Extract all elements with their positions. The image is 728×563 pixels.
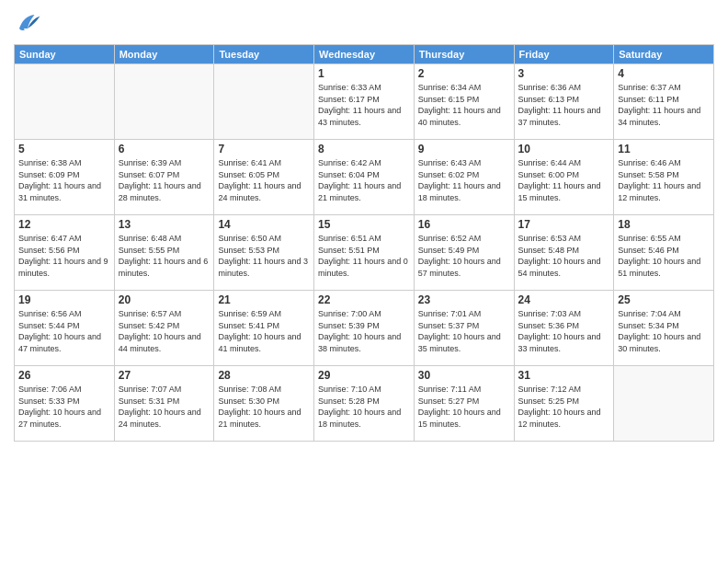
day-number: 10 xyxy=(518,143,610,155)
calendar-cell xyxy=(15,64,115,140)
day-number: 30 xyxy=(418,369,510,382)
calendar-cell: 19Sunrise: 6:56 AM Sunset: 5:44 PM Dayli… xyxy=(15,291,115,366)
day-header-thursday: Thursday xyxy=(414,45,514,64)
calendar-cell: 18Sunrise: 6:55 AM Sunset: 5:46 PM Dayli… xyxy=(614,215,714,291)
calendar-cell: 22Sunrise: 7:00 AM Sunset: 5:39 PM Dayli… xyxy=(314,291,415,366)
day-header-sunday: Sunday xyxy=(15,45,115,64)
day-number: 9 xyxy=(418,143,510,155)
day-info: Sunrise: 6:38 AM Sunset: 6:09 PM Dayligh… xyxy=(18,157,110,203)
day-info: Sunrise: 6:33 AM Sunset: 6:17 PM Dayligh… xyxy=(318,82,410,128)
day-info: Sunrise: 7:12 AM Sunset: 5:25 PM Dayligh… xyxy=(518,384,610,430)
day-info: Sunrise: 6:53 AM Sunset: 5:48 PM Dayligh… xyxy=(518,233,610,279)
day-number: 28 xyxy=(218,369,310,382)
day-number: 12 xyxy=(18,218,110,231)
day-number: 11 xyxy=(618,143,710,155)
day-header-monday: Monday xyxy=(114,45,214,64)
calendar-cell: 17Sunrise: 6:53 AM Sunset: 5:48 PM Dayli… xyxy=(514,215,614,291)
week-row-4: 19Sunrise: 6:56 AM Sunset: 5:44 PM Dayli… xyxy=(15,291,714,366)
day-number: 17 xyxy=(518,218,610,231)
day-info: Sunrise: 6:55 AM Sunset: 5:46 PM Dayligh… xyxy=(618,233,710,279)
day-info: Sunrise: 6:50 AM Sunset: 5:53 PM Dayligh… xyxy=(218,233,310,279)
calendar-cell: 11Sunrise: 6:46 AM Sunset: 5:58 PM Dayli… xyxy=(614,140,714,215)
calendar-cell: 8Sunrise: 6:42 AM Sunset: 6:04 PM Daylig… xyxy=(314,140,415,215)
day-number: 2 xyxy=(418,67,510,80)
day-number: 18 xyxy=(618,218,710,231)
calendar-cell: 7Sunrise: 6:41 AM Sunset: 6:05 PM Daylig… xyxy=(214,140,314,215)
day-header-tuesday: Tuesday xyxy=(214,45,314,64)
calendar-cell: 10Sunrise: 6:44 AM Sunset: 6:00 PM Dayli… xyxy=(514,140,614,215)
calendar-cell: 2Sunrise: 6:34 AM Sunset: 6:15 PM Daylig… xyxy=(414,64,514,140)
logo-icon xyxy=(14,9,41,37)
calendar-cell: 14Sunrise: 6:50 AM Sunset: 5:53 PM Dayli… xyxy=(214,215,314,291)
week-row-2: 5Sunrise: 6:38 AM Sunset: 6:09 PM Daylig… xyxy=(15,140,714,215)
day-number: 25 xyxy=(618,293,710,306)
day-info: Sunrise: 7:06 AM Sunset: 5:33 PM Dayligh… xyxy=(18,384,110,430)
calendar-cell: 21Sunrise: 6:59 AM Sunset: 5:41 PM Dayli… xyxy=(214,291,314,366)
calendar-cell: 16Sunrise: 6:52 AM Sunset: 5:49 PM Dayli… xyxy=(414,215,514,291)
day-info: Sunrise: 6:59 AM Sunset: 5:41 PM Dayligh… xyxy=(218,308,310,354)
calendar-cell: 31Sunrise: 7:12 AM Sunset: 5:25 PM Dayli… xyxy=(514,366,614,442)
day-number: 27 xyxy=(119,369,210,382)
days-header-row: SundayMondayTuesdayWednesdayThursdayFrid… xyxy=(15,45,714,64)
day-info: Sunrise: 6:36 AM Sunset: 6:13 PM Dayligh… xyxy=(518,82,610,128)
day-info: Sunrise: 7:10 AM Sunset: 5:28 PM Dayligh… xyxy=(318,384,410,430)
calendar-cell: 23Sunrise: 7:01 AM Sunset: 5:37 PM Dayli… xyxy=(414,291,514,366)
day-number: 24 xyxy=(518,293,610,306)
day-header-wednesday: Wednesday xyxy=(314,45,415,64)
day-info: Sunrise: 7:04 AM Sunset: 5:34 PM Dayligh… xyxy=(618,308,710,354)
calendar-cell: 13Sunrise: 6:48 AM Sunset: 5:55 PM Dayli… xyxy=(114,215,214,291)
calendar-cell: 6Sunrise: 6:39 AM Sunset: 6:07 PM Daylig… xyxy=(114,140,214,215)
calendar: SundayMondayTuesdayWednesdayThursdayFrid… xyxy=(14,44,714,442)
day-number: 4 xyxy=(618,67,710,80)
day-info: Sunrise: 7:11 AM Sunset: 5:27 PM Dayligh… xyxy=(418,384,510,430)
calendar-cell: 9Sunrise: 6:43 AM Sunset: 6:02 PM Daylig… xyxy=(414,140,514,215)
week-row-1: 1Sunrise: 6:33 AM Sunset: 6:17 PM Daylig… xyxy=(15,64,714,140)
day-number: 16 xyxy=(418,218,510,231)
day-info: Sunrise: 6:43 AM Sunset: 6:02 PM Dayligh… xyxy=(418,157,510,203)
day-info: Sunrise: 7:03 AM Sunset: 5:36 PM Dayligh… xyxy=(518,308,610,354)
day-number: 7 xyxy=(218,143,310,155)
calendar-cell: 3Sunrise: 6:36 AM Sunset: 6:13 PM Daylig… xyxy=(514,64,614,140)
day-number: 15 xyxy=(318,218,410,231)
day-number: 21 xyxy=(218,293,310,306)
calendar-cell: 5Sunrise: 6:38 AM Sunset: 6:09 PM Daylig… xyxy=(15,140,115,215)
day-number: 5 xyxy=(18,143,110,155)
day-number: 22 xyxy=(318,293,410,306)
day-info: Sunrise: 6:41 AM Sunset: 6:05 PM Dayligh… xyxy=(218,157,310,203)
day-number: 20 xyxy=(119,293,210,306)
day-info: Sunrise: 7:00 AM Sunset: 5:39 PM Dayligh… xyxy=(318,308,410,354)
calendar-cell: 4Sunrise: 6:37 AM Sunset: 6:11 PM Daylig… xyxy=(614,64,714,140)
logo xyxy=(14,9,45,37)
calendar-cell: 15Sunrise: 6:51 AM Sunset: 5:51 PM Dayli… xyxy=(314,215,415,291)
day-number: 6 xyxy=(119,143,210,155)
day-number: 1 xyxy=(318,67,410,80)
day-number: 26 xyxy=(18,369,110,382)
day-number: 14 xyxy=(218,218,310,231)
day-number: 19 xyxy=(18,293,110,306)
page: SundayMondayTuesdayWednesdayThursdayFrid… xyxy=(0,0,728,563)
day-number: 3 xyxy=(518,67,610,80)
calendar-cell: 28Sunrise: 7:08 AM Sunset: 5:30 PM Dayli… xyxy=(214,366,314,442)
day-number: 8 xyxy=(318,143,410,155)
calendar-cell: 1Sunrise: 6:33 AM Sunset: 6:17 PM Daylig… xyxy=(314,64,415,140)
day-info: Sunrise: 6:39 AM Sunset: 6:07 PM Dayligh… xyxy=(119,157,210,203)
day-info: Sunrise: 6:56 AM Sunset: 5:44 PM Dayligh… xyxy=(18,308,110,354)
day-info: Sunrise: 7:07 AM Sunset: 5:31 PM Dayligh… xyxy=(119,384,210,430)
calendar-cell: 24Sunrise: 7:03 AM Sunset: 5:36 PM Dayli… xyxy=(514,291,614,366)
calendar-cell: 29Sunrise: 7:10 AM Sunset: 5:28 PM Dayli… xyxy=(314,366,415,442)
day-info: Sunrise: 7:01 AM Sunset: 5:37 PM Dayligh… xyxy=(418,308,510,354)
calendar-cell xyxy=(114,64,214,140)
day-info: Sunrise: 6:34 AM Sunset: 6:15 PM Dayligh… xyxy=(418,82,510,128)
day-info: Sunrise: 6:42 AM Sunset: 6:04 PM Dayligh… xyxy=(318,157,410,203)
calendar-cell xyxy=(214,64,314,140)
day-number: 29 xyxy=(318,369,410,382)
week-row-5: 26Sunrise: 7:06 AM Sunset: 5:33 PM Dayli… xyxy=(15,366,714,442)
day-info: Sunrise: 6:52 AM Sunset: 5:49 PM Dayligh… xyxy=(418,233,510,279)
day-info: Sunrise: 6:57 AM Sunset: 5:42 PM Dayligh… xyxy=(119,308,210,354)
day-number: 23 xyxy=(418,293,510,306)
day-header-friday: Friday xyxy=(514,45,614,64)
day-info: Sunrise: 6:48 AM Sunset: 5:55 PM Dayligh… xyxy=(119,233,210,279)
calendar-cell: 27Sunrise: 7:07 AM Sunset: 5:31 PM Dayli… xyxy=(114,366,214,442)
calendar-cell: 25Sunrise: 7:04 AM Sunset: 5:34 PM Dayli… xyxy=(614,291,714,366)
day-number: 13 xyxy=(119,218,210,231)
